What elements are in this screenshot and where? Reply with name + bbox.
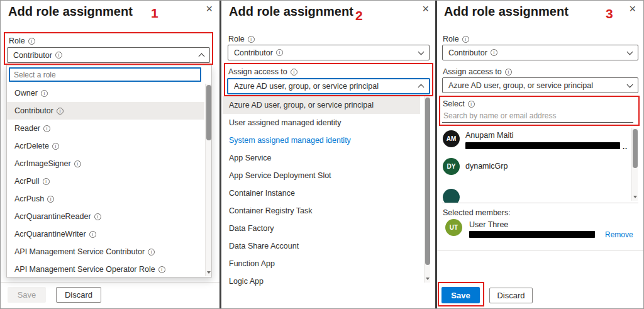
info-icon[interactable]: i: [55, 52, 62, 59]
avatar-partial: [443, 189, 460, 203]
info-icon[interactable]: i: [41, 90, 48, 97]
panel-1-role-dropdown-open: Add role assignment 1 × Role i Contribut…: [1, 1, 219, 308]
assign-option[interactable]: User assigned managed identity: [223, 114, 420, 132]
assign-option[interactable]: Logic App: [223, 272, 420, 290]
assign-option[interactable]: Data Share Account: [223, 237, 420, 255]
section-divider: [437, 250, 643, 251]
info-icon[interactable]: i: [52, 143, 59, 150]
chevron-down-icon: [627, 81, 633, 87]
role-option-label: AcrQuarantineReader: [14, 212, 91, 221]
role-option-label: Contributor: [14, 106, 53, 115]
role-dropdown[interactable]: Contributor i: [228, 45, 430, 60]
role-label: Role i: [9, 37, 35, 45]
remove-member-link[interactable]: Remove: [605, 230, 633, 239]
role-option[interactable]: Reader i: [7, 120, 204, 137]
assign-option-label: Data Factory: [229, 224, 274, 233]
role-option[interactable]: AcrDelete i: [7, 137, 204, 155]
info-icon[interactable]: i: [491, 49, 497, 56]
member-search-input[interactable]: [442, 110, 633, 123]
assign-option[interactable]: Container Instance: [223, 184, 420, 202]
info-icon[interactable]: i: [47, 196, 54, 203]
scrollbar-thumb[interactable]: [425, 98, 430, 265]
role-option[interactable]: API Management Service Contributor i: [7, 243, 204, 261]
assign-option[interactable]: Container Registry Task: [223, 202, 420, 220]
info-icon[interactable]: i: [43, 178, 50, 185]
info-icon[interactable]: i: [148, 249, 155, 256]
assign-access-dropdown-value: Azure AD user, group, or service princip…: [234, 82, 379, 91]
avatar-initials: DY: [447, 163, 456, 170]
scrollbar[interactable]: [631, 128, 638, 201]
assign-option[interactable]: App Service Deployment Slot: [223, 167, 420, 184]
info-icon[interactable]: i: [43, 125, 50, 132]
discard-button[interactable]: Discard: [489, 288, 533, 303]
scrollbar-down-arrow[interactable]: [425, 276, 431, 282]
assign-option[interactable]: App Service: [223, 149, 420, 167]
info-icon[interactable]: i: [276, 49, 283, 56]
page-title: Add role assignment: [229, 4, 353, 19]
info-icon[interactable]: i: [291, 69, 297, 76]
info-icon[interactable]: i: [158, 266, 165, 273]
info-icon[interactable]: i: [94, 213, 101, 220]
role-option-label: Reader: [14, 124, 40, 133]
role-option-label: API Management Service Operator Role: [14, 265, 155, 274]
info-icon[interactable]: i: [505, 69, 512, 76]
close-icon[interactable]: ×: [422, 3, 429, 16]
role-option-highlighted[interactable]: Contributor i: [7, 102, 204, 120]
assign-option[interactable]: Data Factory: [223, 220, 420, 237]
assign-option-link[interactable]: System assigned managed identity: [223, 132, 420, 149]
role-option-label: AcrPush: [14, 194, 44, 203]
info-icon[interactable]: i: [468, 101, 475, 108]
assign-access-dropdown[interactable]: Azure AD user, group, or service princip…: [227, 78, 430, 94]
role-dropdown-value: Contributor: [448, 48, 487, 57]
save-button[interactable]: Save: [8, 287, 46, 303]
role-option[interactable]: Owner i: [7, 84, 204, 102]
scrollbar-down-arrow[interactable]: [206, 269, 212, 276]
assign-access-dropdown[interactable]: Azure AD user, group, or service princip…: [442, 77, 638, 93]
info-icon[interactable]: i: [74, 160, 81, 167]
scrollbar[interactable]: [424, 96, 430, 283]
info-icon[interactable]: i: [28, 38, 35, 45]
assign-option-label: User assigned managed identity: [229, 118, 341, 127]
info-icon[interactable]: i: [248, 36, 255, 43]
assign-option-label: Container Registry Task: [229, 206, 312, 215]
result-name[interactable]: Anupam Maiti: [465, 131, 513, 140]
assign-option[interactable]: Function App: [223, 255, 420, 272]
info-icon[interactable]: i: [462, 36, 469, 43]
info-icon[interactable]: i: [89, 231, 96, 238]
role-option[interactable]: AcrPull i: [7, 172, 204, 190]
role-dropdown[interactable]: Contributor i: [442, 45, 638, 60]
assign-option-highlighted[interactable]: Azure AD user, group, or service princip…: [223, 96, 420, 114]
avatar: UT: [445, 219, 462, 236]
scrollbar-down-arrow[interactable]: [632, 194, 638, 200]
assign-option-label: Azure AD user, group, or service princip…: [229, 101, 374, 110]
scrollbar-thumb[interactable]: [206, 85, 211, 140]
info-icon[interactable]: i: [57, 108, 64, 115]
page-title: Add role assignment: [444, 4, 569, 19]
search-results-list: AM Anupam Maiti .. DY dynamicGrp: [437, 126, 643, 203]
close-icon[interactable]: ×: [206, 3, 213, 16]
screenshot: Add role assignment 1 × Role i Contribut…: [0, 0, 644, 309]
assign-option-label: Logic App: [229, 277, 264, 286]
avatar: DY: [443, 158, 460, 175]
role-search-input[interactable]: [9, 67, 201, 82]
close-icon[interactable]: ×: [629, 3, 636, 16]
scrollbar-thumb[interactable]: [633, 129, 638, 168]
role-option[interactable]: AcrQuarantineWriter i: [7, 225, 204, 243]
selected-member-name: User Three: [469, 220, 508, 229]
select-label: Select i: [443, 99, 475, 108]
annotation-number-2: 2: [355, 8, 363, 23]
scrollbar[interactable]: [205, 84, 211, 276]
role-option[interactable]: API Management Service Operator Role i: [7, 261, 204, 278]
chevron-up-icon: [418, 84, 425, 91]
result-name[interactable]: dynamicGrp: [465, 162, 508, 171]
role-option[interactable]: AcrPush i: [7, 190, 204, 208]
discard-button[interactable]: Discard: [56, 287, 101, 303]
role-option[interactable]: AcrImageSigner i: [7, 155, 204, 172]
role-label-text: Role: [9, 37, 25, 45]
assign-access-dropdown-value: Azure AD user, group, or service princip…: [448, 81, 593, 90]
role-dropdown[interactable]: Contributor i: [7, 47, 210, 63]
save-button[interactable]: Save: [441, 287, 480, 303]
role-option[interactable]: AcrQuarantineReader i: [7, 208, 204, 225]
assign-option-label: App Service: [229, 154, 271, 162]
annotation-number-3: 3: [606, 6, 613, 21]
